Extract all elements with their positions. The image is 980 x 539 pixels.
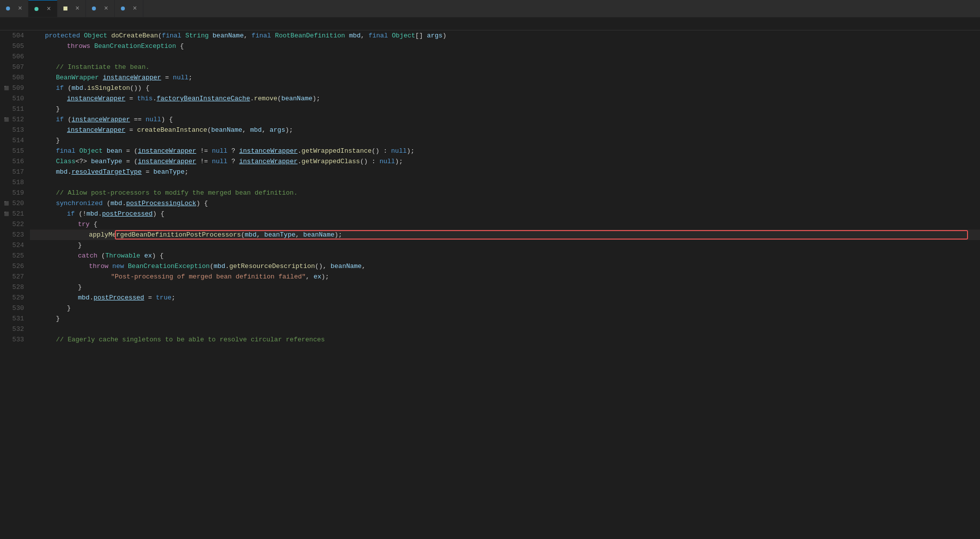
code-editor[interactable]: protected Object doCreateBean(final Stri… xyxy=(30,30,980,539)
token: { xyxy=(176,42,184,50)
tab-close-4[interactable]: × xyxy=(104,5,108,12)
token: ()) { xyxy=(130,84,149,92)
token: instanceWrapper xyxy=(138,158,196,165)
token: Object xyxy=(79,147,103,155)
line-number-530: 530 xyxy=(0,303,30,313)
tab-close-5[interactable]: × xyxy=(133,5,137,12)
token: new xyxy=(112,263,124,270)
token: BeanCreationException xyxy=(94,42,176,50)
code-line-528: } xyxy=(30,282,980,292)
code-line-512: if (instanceWrapper == null) { xyxy=(30,114,980,125)
code-line-529: mbd.postProcessed = true; xyxy=(30,292,980,303)
code-line-514: } xyxy=(30,135,980,146)
tab-abstract-autowire[interactable]: × xyxy=(28,0,57,17)
token: . xyxy=(153,95,157,102)
token xyxy=(108,263,112,270)
token: instanceWrapper xyxy=(67,95,125,102)
token: final xyxy=(252,32,271,39)
token: } xyxy=(78,242,82,249)
token: ; xyxy=(171,294,175,301)
token: == xyxy=(130,116,145,123)
token: mbd xyxy=(214,263,225,270)
tab-injection-metadata[interactable]: × xyxy=(115,0,143,17)
token: RootBeanDefinition xyxy=(275,32,345,39)
token: null xyxy=(212,158,227,165)
tab-icon-3 xyxy=(63,6,67,10)
token: beanName xyxy=(281,95,312,102)
breadcrumb xyxy=(0,17,980,30)
token: if xyxy=(56,116,64,123)
token: . xyxy=(89,294,93,301)
token: final xyxy=(369,32,388,39)
token: = xyxy=(161,74,173,81)
tab-icon-4 xyxy=(92,6,96,10)
tab-autowired[interactable]: × xyxy=(0,0,28,17)
token: this xyxy=(137,95,152,102)
tab-close-3[interactable]: × xyxy=(75,5,79,12)
tab-default-listable[interactable]: × xyxy=(86,0,114,17)
code-line-524: } xyxy=(30,240,980,251)
token: ( xyxy=(277,95,281,102)
token: Throwable xyxy=(105,252,140,260)
token: applyMergedBeanDefinitionPostProcessors xyxy=(89,231,241,239)
token: args xyxy=(427,32,443,39)
token: . xyxy=(298,158,302,165)
token: postProcessed xyxy=(102,210,152,218)
tab-close-2[interactable]: × xyxy=(46,5,50,12)
token: ( xyxy=(103,200,111,207)
line-number-514: 514 xyxy=(0,135,30,146)
code-line-511: } xyxy=(30,104,980,114)
token: synchronized xyxy=(56,200,103,207)
token: getResourceDescription xyxy=(229,263,315,270)
token: ); xyxy=(395,158,403,165)
code-line-515: final Object bean = (instanceWrapper != … xyxy=(30,146,980,156)
token: instanceWrapper xyxy=(67,126,125,134)
token: true xyxy=(156,294,171,301)
token: // Eagerly cache singletons to be able t… xyxy=(56,336,325,343)
token: Class xyxy=(56,158,75,165)
token xyxy=(90,42,94,50)
token: [] xyxy=(415,32,427,39)
token: mbd xyxy=(78,294,89,301)
token xyxy=(80,32,84,39)
token: mbd xyxy=(349,32,361,39)
tab-autowire-capable[interactable]: × xyxy=(57,0,86,17)
code-line-527: "Post-processing of merged bean definiti… xyxy=(30,271,980,282)
token xyxy=(388,32,392,39)
code-line-520: synchronized (mbd.postProcessingLock) { xyxy=(30,198,980,209)
line-number-512: ⬛512 xyxy=(0,114,30,125)
token: instanceWrapper xyxy=(103,74,161,81)
token: } xyxy=(67,304,71,312)
token: doCreateBean xyxy=(111,32,158,39)
token: ( xyxy=(64,84,72,92)
code-line-532 xyxy=(30,324,980,334)
code-line-530: } xyxy=(30,303,980,313)
token: . xyxy=(225,263,229,270)
token xyxy=(99,74,103,81)
tab-close-1[interactable]: × xyxy=(18,5,22,12)
code-line-504: protected Object doCreateBean(final Stri… xyxy=(30,30,980,41)
code-line-531: } xyxy=(30,313,980,324)
token: <?> xyxy=(75,158,91,165)
token: ); xyxy=(313,95,321,102)
token: String xyxy=(185,32,209,39)
token xyxy=(209,32,213,39)
token: != xyxy=(196,147,212,155)
token xyxy=(345,32,349,39)
code-line-509: if (mbd.isSingleton()) { xyxy=(30,83,980,93)
line-number-520: ⬛520 xyxy=(0,198,30,209)
token xyxy=(103,147,107,155)
token: getWrappedClass xyxy=(302,158,360,165)
token: (), xyxy=(315,263,331,270)
token: ) { xyxy=(153,210,164,218)
token: instanceWrapper xyxy=(138,147,196,155)
token: } xyxy=(78,283,82,291)
token: } xyxy=(56,137,60,144)
tab-icon-2 xyxy=(34,7,38,11)
line-number-523: 523 xyxy=(0,230,30,240)
code-line-526: throw new BeanCreationException(mbd.getR… xyxy=(30,261,980,271)
line-number-505: 505 xyxy=(0,41,30,51)
token: BeanWrapper xyxy=(56,74,99,81)
line-number-533: 533 xyxy=(0,334,30,345)
tab-bar: × × × × × xyxy=(0,0,980,17)
